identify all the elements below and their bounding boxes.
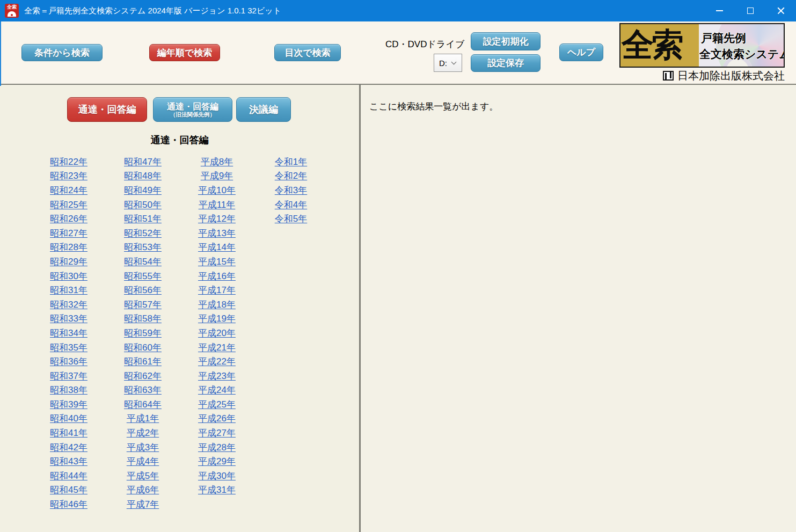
settings-reset-label: 設定初期化 [483,35,529,48]
year-link[interactable]: 昭和60年 [106,340,180,355]
year-link[interactable]: 令和4年 [254,198,328,212]
search-by-condition-button[interactable]: 条件から検索 [21,44,103,61]
year-link[interactable]: 平成7年 [106,497,180,512]
year-link[interactable]: 平成26年 [180,412,254,426]
year-link[interactable]: 昭和36年 [32,354,106,369]
year-link[interactable]: 昭和27年 [32,226,106,241]
year-link[interactable]: 昭和38年 [32,383,106,398]
year-link[interactable]: 昭和51年 [106,212,180,226]
year-link[interactable]: 昭和58年 [106,312,180,326]
drive-select[interactable]: D: [434,54,462,72]
year-link[interactable]: 平成18年 [180,297,254,312]
year-link[interactable]: 昭和62年 [106,369,180,383]
year-link[interactable]: 平成23年 [180,369,254,383]
year-link[interactable]: 平成31年 [180,483,254,498]
year-link[interactable]: 昭和48年 [106,169,180,184]
maximize-button[interactable] [735,0,765,21]
year-link[interactable]: 昭和28年 [32,241,106,255]
search-by-toc-button[interactable]: 目次で検索 [274,44,341,61]
year-link[interactable]: 平成9年 [180,169,254,184]
year-link[interactable]: 平成20年 [180,326,254,340]
year-link[interactable]: 昭和42年 [32,440,106,455]
year-link[interactable]: 平成10年 [180,183,254,198]
year-link[interactable]: 昭和23年 [32,169,106,184]
year-link[interactable]: 平成24年 [180,383,254,398]
year-link[interactable]: 昭和31年 [32,283,106,297]
year-link[interactable]: 昭和52年 [106,226,180,241]
year-link[interactable]: 昭和34年 [32,326,106,340]
year-link[interactable]: 昭和40年 [32,412,106,426]
year-link[interactable]: 昭和33年 [32,312,106,326]
year-link[interactable]: 昭和25年 [32,198,106,212]
publisher-logo-icon [663,71,674,81]
year-link[interactable]: 昭和35年 [32,340,106,355]
year-link[interactable]: 昭和59年 [106,326,180,340]
close-button[interactable] [765,0,796,21]
year-link[interactable]: 平成27年 [180,426,254,440]
year-link[interactable]: 平成15年 [180,254,254,269]
tab-ketsugi[interactable]: 決議編 [236,97,291,122]
year-link[interactable]: 昭和64年 [106,397,180,412]
year-link[interactable]: 昭和39年 [32,397,106,412]
year-link[interactable]: 平成4年 [106,454,180,469]
help-button[interactable]: ヘルプ [559,43,603,61]
year-link[interactable]: 平成30年 [180,469,254,483]
year-link[interactable]: 昭和53年 [106,241,180,255]
year-link[interactable]: 昭和46年 [32,497,106,512]
tab-tsutatsu-kaito[interactable]: 通達・回答編 [67,97,147,122]
settings-save-button[interactable]: 設定保存 [471,54,541,72]
search-chronological-label: 編年順で検索 [157,47,212,59]
year-link[interactable]: 平成25年 [180,397,254,412]
year-link[interactable]: 平成22年 [180,354,254,369]
year-link[interactable]: 平成3年 [106,440,180,455]
year-link[interactable]: 平成6年 [106,483,180,498]
year-link[interactable]: 平成2年 [106,426,180,440]
year-link[interactable]: 昭和57年 [106,297,180,312]
year-link[interactable]: 昭和26年 [32,212,106,226]
year-link[interactable]: 平成8年 [180,155,254,169]
logo-brand-text: 全索 [622,23,707,67]
year-link[interactable]: 平成1年 [106,412,180,426]
year-link[interactable]: 昭和49年 [106,183,180,198]
year-link[interactable]: 昭和37年 [32,369,106,383]
tab-tsutatsu-kaito-old-label: 通達・回答編 [167,102,218,111]
year-link[interactable]: 平成14年 [180,241,254,255]
year-link[interactable]: 平成28年 [180,440,254,455]
year-link[interactable]: 昭和54年 [106,254,180,269]
year-link[interactable]: 昭和56年 [106,283,180,297]
year-link[interactable]: 昭和55年 [106,269,180,283]
year-link[interactable]: 平成29年 [180,454,254,469]
year-link[interactable]: 平成19年 [180,312,254,326]
year-link[interactable]: 昭和47年 [106,155,180,169]
chevron-down-icon [451,59,457,64]
year-link[interactable]: 令和1年 [254,155,328,169]
year-link[interactable]: 平成17年 [180,283,254,297]
search-chronological-button[interactable]: 編年順で検索 [149,44,220,61]
year-link[interactable]: 昭和41年 [32,426,106,440]
year-link[interactable]: 昭和22年 [32,155,106,169]
year-link[interactable]: 平成12年 [180,212,254,226]
year-link[interactable]: 昭和30年 [32,269,106,283]
year-link[interactable]: 平成13年 [180,226,254,241]
year-link[interactable]: 昭和24年 [32,183,106,198]
year-link[interactable]: 昭和50年 [106,198,180,212]
year-link[interactable]: 昭和32年 [32,297,106,312]
year-link[interactable]: 令和2年 [254,169,328,184]
year-link[interactable]: 昭和61年 [106,354,180,369]
year-link[interactable]: 平成21年 [180,340,254,355]
year-link[interactable]: 平成11年 [180,198,254,212]
year-link[interactable]: 平成5年 [106,469,180,483]
settings-reset-button[interactable]: 設定初期化 [471,32,541,50]
app-icon: 全索 [5,4,19,18]
year-link[interactable]: 平成16年 [180,269,254,283]
tab-tsutatsu-kaito-label: 通達・回答編 [78,104,136,115]
minimize-button[interactable] [704,0,735,21]
year-link[interactable]: 昭和63年 [106,383,180,398]
year-link[interactable]: 昭和29年 [32,254,106,269]
year-link[interactable]: 昭和45年 [32,483,106,498]
year-link[interactable]: 昭和43年 [32,454,106,469]
year-link[interactable]: 令和5年 [254,212,328,226]
tab-tsutatsu-kaito-old[interactable]: 通達・回答編 （旧法関係先例） [153,97,232,122]
year-link[interactable]: 昭和44年 [32,469,106,483]
year-link[interactable]: 令和3年 [254,183,328,198]
